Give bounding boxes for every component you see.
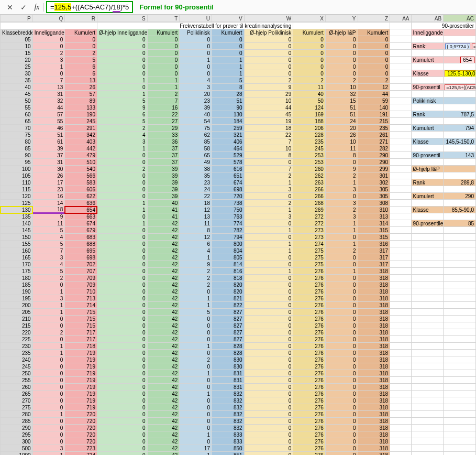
cell-klasse[interactable]: 145	[1, 227, 33, 234]
cell[interactable]: 276	[293, 309, 326, 316]
side-label[interactable]	[411, 50, 444, 57]
cell[interactable]: 0	[97, 445, 147, 452]
cell[interactable]: 0	[325, 302, 358, 309]
cell-klasse[interactable]: 60	[1, 111, 33, 118]
cell[interactable]: 3	[244, 186, 293, 193]
side-value[interactable]	[444, 104, 476, 111]
cell[interactable]: 318	[358, 363, 390, 370]
cell[interactable]: 15	[325, 98, 358, 104]
side-label[interactable]	[411, 404, 444, 411]
cell[interactable]: 2	[244, 77, 293, 84]
col-header[interactable]: Q	[32, 15, 65, 22]
side-value[interactable]	[444, 445, 476, 452]
cell[interactable]: 0	[180, 363, 212, 370]
cell-klasse[interactable]: 55	[1, 104, 33, 111]
fx-icon[interactable]: fx	[30, 3, 44, 12]
cell[interactable]: 442	[65, 145, 97, 152]
cell-klasse[interactable]: 90	[1, 152, 33, 159]
cell[interactable]: 0	[244, 70, 293, 77]
cell[interactable]: 0	[244, 322, 293, 329]
cell[interactable]: 3	[32, 445, 65, 452]
cell[interactable]: 8	[325, 152, 358, 159]
cell[interactable]: 1	[32, 452, 65, 456]
cell[interactable]: 0	[293, 63, 326, 70]
cell[interactable]: 0	[325, 57, 358, 63]
cell[interactable]: 318	[358, 329, 390, 336]
cell[interactable]: 583	[65, 179, 97, 186]
cell[interactable]: 4	[32, 234, 65, 241]
side-value[interactable]: 290	[444, 193, 476, 200]
cell[interactable]: 0	[325, 281, 358, 288]
side-value[interactable]	[444, 50, 476, 57]
cell[interactable]: 22	[244, 132, 293, 138]
cell[interactable]: 282	[358, 145, 390, 152]
cell[interactable]: 42	[147, 268, 180, 275]
cell-klasse[interactable]: 45	[1, 91, 33, 98]
side-value[interactable]	[444, 411, 476, 418]
cell[interactable]: 0	[97, 36, 147, 43]
cell[interactable]: 38	[180, 166, 212, 172]
cell[interactable]: 1	[32, 63, 65, 70]
cell-klasse[interactable]: 300	[1, 438, 33, 445]
cell[interactable]: 0	[97, 268, 147, 275]
cell[interactable]: 0	[97, 281, 147, 288]
side-value[interactable]: 289,8	[444, 179, 476, 186]
cell[interactable]: 318	[358, 391, 390, 397]
cell[interactable]: 0	[97, 391, 147, 397]
cell-klasse[interactable]: 225	[1, 336, 33, 343]
cell[interactable]: 318	[358, 411, 390, 418]
col-header[interactable]: W	[244, 15, 293, 22]
cell[interactable]: 0	[244, 275, 293, 281]
cell[interactable]: 41	[147, 207, 180, 213]
cell-klasse[interactable]: 255	[1, 377, 33, 384]
cell[interactable]: 3	[325, 200, 358, 207]
cell[interactable]: 290	[358, 152, 390, 159]
cell[interactable]: 654	[65, 207, 97, 213]
cell[interactable]: 1	[212, 57, 244, 63]
cell[interactable]: 827	[212, 329, 244, 336]
cell[interactable]: 720	[65, 438, 97, 445]
cell[interactable]: 42	[147, 309, 180, 316]
cell[interactable]: 42	[147, 295, 180, 302]
cell-empty[interactable]	[390, 77, 411, 84]
cell[interactable]: 2	[180, 275, 212, 281]
cell-klasse[interactable]: 260	[1, 384, 33, 391]
side-value[interactable]	[444, 98, 476, 104]
cell[interactable]: 0	[97, 350, 147, 356]
cell[interactable]: 0	[358, 70, 390, 77]
cell-klasse[interactable]: 245	[1, 363, 33, 370]
cell[interactable]: 0	[97, 411, 147, 418]
cell[interactable]: 1	[97, 207, 147, 213]
side-label[interactable]	[411, 213, 444, 220]
cell[interactable]: 406	[212, 138, 244, 145]
cell[interactable]: 0	[244, 391, 293, 397]
cell[interactable]: 698	[212, 186, 244, 193]
cell[interactable]: 0	[97, 247, 147, 254]
side-label[interactable]	[411, 241, 444, 247]
cell-empty[interactable]	[390, 57, 411, 63]
cell[interactable]: 0	[325, 43, 358, 50]
cell[interactable]: 710	[65, 288, 97, 295]
cell[interactable]: 5	[180, 309, 212, 316]
cell[interactable]: 679	[65, 227, 97, 234]
cell-empty[interactable]	[390, 425, 411, 431]
cell[interactable]: 276	[293, 336, 326, 343]
side-label[interactable]	[411, 118, 444, 125]
cell-klasse[interactable]: 295	[1, 431, 33, 438]
cell-empty[interactable]	[390, 329, 411, 336]
cell[interactable]: 39	[180, 104, 212, 111]
side-value[interactable]	[444, 350, 476, 356]
side-value[interactable]	[444, 213, 476, 220]
side-value[interactable]	[444, 261, 476, 268]
cell[interactable]: 36	[147, 138, 180, 145]
cell[interactable]: 1	[180, 343, 212, 350]
cell[interactable]: 0	[325, 316, 358, 322]
side-label[interactable]	[411, 431, 444, 438]
side-value[interactable]	[444, 288, 476, 295]
cell[interactable]: 321	[212, 132, 244, 138]
cell-klasse[interactable]: 205	[1, 309, 33, 316]
cell[interactable]: 318	[358, 268, 390, 275]
cell[interactable]: 276	[293, 322, 326, 329]
cell[interactable]: 0	[325, 411, 358, 418]
cell-empty[interactable]	[390, 152, 411, 159]
